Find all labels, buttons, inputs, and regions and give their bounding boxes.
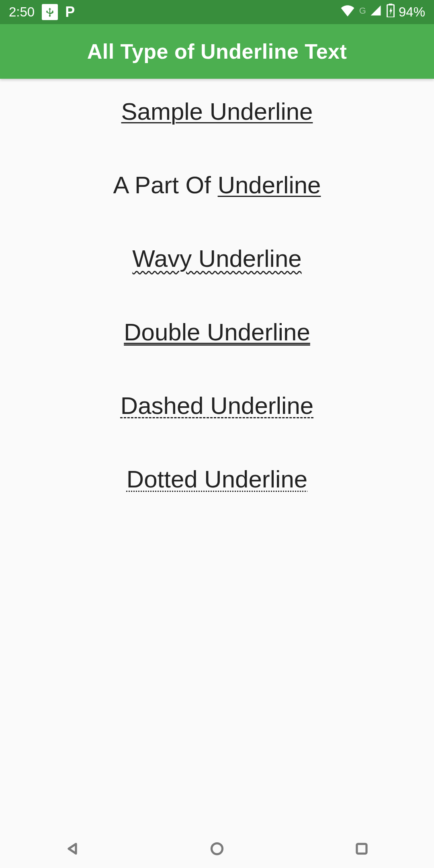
dashed-underline-span: Dashed Underline <box>121 392 313 419</box>
status-time: 2:50 <box>9 4 35 20</box>
dotted-underline-span: Dotted Underline <box>127 466 307 493</box>
content: Sample Underline A Part Of Underline Wav… <box>0 79 434 538</box>
dotted-underline-text: Dotted Underline <box>127 465 307 494</box>
battery-percent: 94% <box>399 4 425 20</box>
p-icon: P <box>65 4 75 20</box>
navigation-bar <box>0 829 434 868</box>
nav-back-button[interactable] <box>32 841 113 856</box>
status-right: G 94% <box>340 4 425 20</box>
usb-icon <box>42 4 58 20</box>
nav-home-button[interactable] <box>177 841 257 856</box>
dashed-underline-text: Dashed Underline <box>121 391 313 420</box>
partial-underline-text: A Part Of Underline <box>113 171 321 200</box>
svg-point-2 <box>212 843 223 854</box>
double-underline-span: Double Underline <box>124 319 310 346</box>
wavy-underline-span: Wavy Underline <box>132 245 301 272</box>
app-bar-title: All Type of Underline Text <box>87 39 347 63</box>
cellular-icon <box>369 4 383 20</box>
nav-recent-button[interactable] <box>321 841 402 856</box>
sample-underline-text: Sample Underline <box>121 97 313 126</box>
wavy-underline-text: Wavy Underline <box>132 244 301 273</box>
svg-rect-3 <box>357 844 366 854</box>
network-type-label: G <box>359 6 366 16</box>
sample-underline-span: Sample Underline <box>121 98 313 125</box>
double-underline-text: Double Underline <box>124 318 310 347</box>
status-left: 2:50 P <box>9 4 75 20</box>
svg-rect-1 <box>389 4 393 5</box>
app-bar: All Type of Underline Text <box>0 24 434 79</box>
battery-charging-icon <box>387 4 395 20</box>
wifi-icon <box>340 4 355 20</box>
partial-prefix: A Part Of <box>113 172 218 199</box>
partial-underlined-word: Underline <box>218 172 321 199</box>
status-bar: 2:50 P G 94% <box>0 0 434 24</box>
